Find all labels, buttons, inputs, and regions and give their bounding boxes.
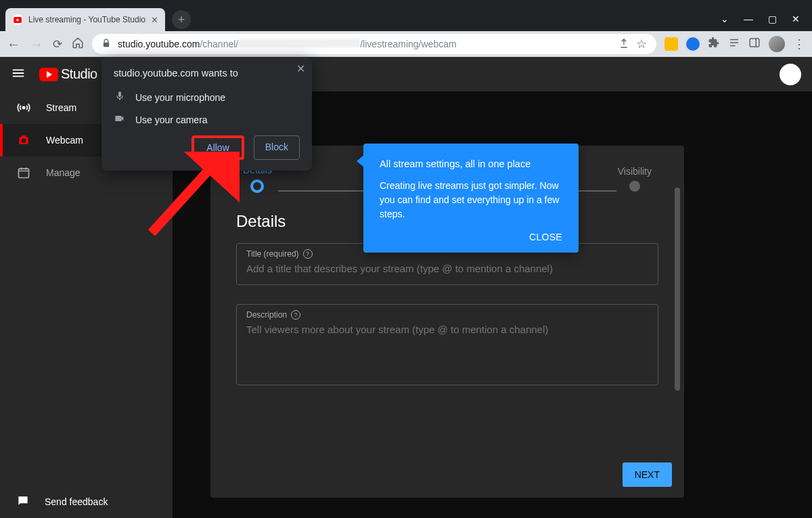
maximize-icon[interactable]: ▢ <box>768 14 777 24</box>
next-button[interactable]: NEXT <box>623 462 672 487</box>
help-icon[interactable]: ? <box>303 249 313 259</box>
new-tab-button[interactable]: + <box>172 10 191 29</box>
block-button[interactable]: Block <box>254 135 300 160</box>
tooltip-body: Creating live streams just got simpler. … <box>380 179 562 221</box>
description-label: Description <box>246 310 287 320</box>
antenna-icon <box>16 101 31 114</box>
permission-prompt: ✕ studio.youtube.com wants to Use your m… <box>102 57 312 171</box>
feedback-label: Send feedback <box>45 496 108 507</box>
home-icon[interactable] <box>72 37 84 51</box>
account-avatar[interactable] <box>780 64 801 85</box>
title-label: Title (required) <box>246 249 299 259</box>
minimize-icon[interactable]: — <box>744 14 753 24</box>
feedback-icon <box>16 494 30 510</box>
browser-titlebar: Live streaming - YouTube Studio ✕ + ⌄ — … <box>0 0 812 31</box>
profile-avatar[interactable] <box>769 36 785 52</box>
side-panel-icon[interactable] <box>748 37 761 51</box>
reload-icon[interactable]: ⟳ <box>53 37 62 51</box>
sidebar-label-webcam: Webcam <box>46 135 83 146</box>
kebab-menu-icon[interactable]: ⋮ <box>793 37 805 51</box>
video-camera-icon <box>114 113 126 126</box>
studio-logo[interactable]: Studio <box>39 66 97 82</box>
url-text: studio.youtube.com/channel//livestreamin… <box>118 39 457 49</box>
help-icon[interactable]: ? <box>291 310 300 320</box>
permission-camera: Use your camera <box>114 113 300 126</box>
step-dot-icon <box>250 179 264 193</box>
extension-icon-1[interactable] <box>664 37 678 51</box>
svg-rect-1 <box>750 39 759 47</box>
tooltip-title: All stream settings, all in one place <box>380 158 562 169</box>
youtube-icon <box>39 68 58 81</box>
onboarding-tooltip: All stream settings, all in one place Cr… <box>363 144 579 253</box>
toolbar-extensions: ⋮ <box>664 36 805 52</box>
calendar-icon <box>16 166 31 179</box>
bookmark-icon[interactable]: ☆ <box>636 37 647 51</box>
youtube-favicon <box>12 14 23 25</box>
address-bar[interactable]: studio.youtube.com/channel//livestreamin… <box>92 34 656 54</box>
permission-microphone: Use your microphone <box>114 91 300 104</box>
step-dot-icon <box>629 181 640 192</box>
studio-logo-text: Studio <box>61 66 97 82</box>
reading-list-icon[interactable] <box>728 37 740 51</box>
window-controls: ⌄ — ▢ ✕ <box>721 7 812 31</box>
sidebar-label-manage: Manage <box>46 167 81 178</box>
browser-toolbar: ← → ⟳ studio.youtube.com/channel//livest… <box>0 31 812 57</box>
close-window-icon[interactable]: ✕ <box>792 14 800 24</box>
forward-icon: → <box>30 37 43 52</box>
svg-rect-4 <box>19 169 29 177</box>
description-field[interactable]: Description ? <box>236 304 658 385</box>
tooltip-close-button[interactable]: CLOSE <box>529 232 562 242</box>
scrollbar[interactable] <box>675 188 680 391</box>
browser-tab[interactable]: Live streaming - YouTube Studio ✕ <box>5 8 165 31</box>
step-visibility[interactable]: Visibility <box>618 166 652 192</box>
extensions-icon[interactable] <box>708 37 720 51</box>
extension-icon-2[interactable] <box>686 37 700 51</box>
nav-buttons: ← → ⟳ <box>7 37 84 52</box>
close-icon[interactable]: ✕ <box>296 62 305 75</box>
description-input[interactable] <box>246 324 648 335</box>
hamburger-icon[interactable] <box>11 66 27 83</box>
sidebar-label-stream: Stream <box>46 102 76 113</box>
back-icon[interactable]: ← <box>7 37 20 52</box>
tab-title: Live streaming - YouTube Studio <box>28 15 145 24</box>
share-icon[interactable] <box>618 38 629 51</box>
send-feedback[interactable]: Send feedback <box>0 485 173 518</box>
tab-close-icon[interactable]: ✕ <box>151 15 158 25</box>
lock-icon <box>102 39 111 50</box>
camera-icon <box>16 133 31 147</box>
permission-origin: studio.youtube.com wants to <box>114 68 300 79</box>
allow-button[interactable]: Allow <box>191 135 244 160</box>
title-input[interactable] <box>246 263 648 274</box>
microphone-icon <box>114 91 126 104</box>
svg-point-3 <box>22 106 24 108</box>
chevron-down-icon[interactable]: ⌄ <box>721 14 729 24</box>
